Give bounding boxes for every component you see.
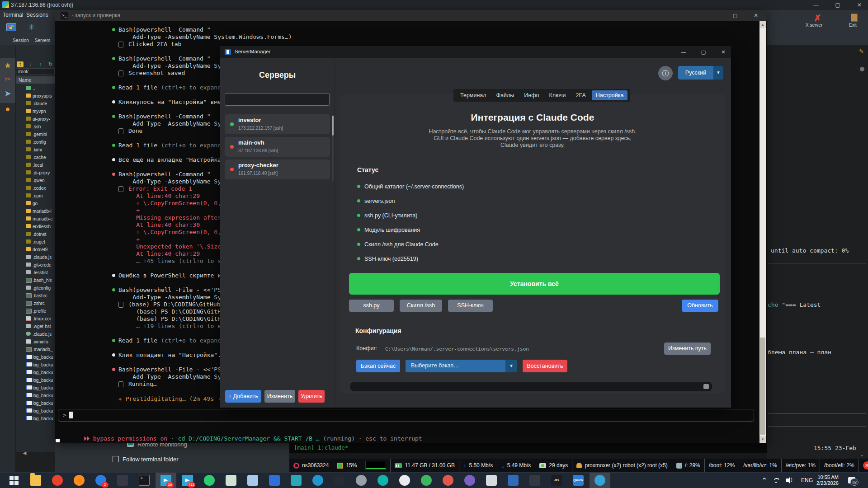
server-card[interactable]: proxy-checker161.97.118.40 [ssh] (225, 160, 330, 179)
sync-app[interactable] (199, 473, 220, 488)
file-item[interactable]: .gemini (16, 131, 56, 138)
notifications-icon[interactable]: 32 (848, 473, 855, 488)
menu-sessions[interactable]: Sessions (26, 12, 48, 18)
follow-terminal-folder-checkbox[interactable]: Follow terminal folder (113, 456, 179, 463)
file-item[interactable]: .lesshst (16, 269, 56, 277)
file-item[interactable]: .npm (16, 192, 56, 200)
server-card[interactable]: main-ovh37.187.136.86 [ssh] (225, 137, 330, 157)
backup-select[interactable]: Выберите бэкап… ▼ (406, 360, 517, 372)
app-light-square[interactable] (481, 473, 502, 488)
restore-button[interactable]: Восстановить (523, 360, 567, 372)
file-item[interactable]: .qwen (16, 177, 56, 184)
tray-expand-icon[interactable]: ⌃ (761, 473, 767, 488)
file-item[interactable]: .git-crede (16, 262, 56, 269)
chevron-down-icon[interactable]: ⌄ (860, 452, 864, 458)
app-blue-square[interactable] (503, 473, 524, 488)
file-item[interactable]: .bashrc (16, 292, 56, 300)
x-server-icon[interactable]: ✗ (814, 13, 821, 23)
folder-up-icon[interactable]: t (17, 61, 24, 67)
refresh-button[interactable]: Обновить (682, 300, 718, 312)
file-item[interactable]: .zshrc (16, 300, 56, 307)
servers-button[interactable]: ✳ Servers (23, 21, 42, 44)
thunderbird-mail[interactable]: 2 (90, 473, 111, 488)
telegram-orange[interactable]: 26 (156, 473, 176, 488)
file-item[interactable]: .local (16, 162, 56, 169)
firefox-browser[interactable] (69, 473, 90, 488)
file-item[interactable]: .tmux.cor (16, 315, 56, 323)
notepad-plus[interactable] (221, 473, 241, 488)
server-list-scrollbar[interactable] (332, 115, 334, 181)
file-item[interactable]: .cache (16, 154, 56, 161)
server-search-input[interactable] (225, 93, 330, 106)
horizontal-scrollbar[interactable] (350, 382, 712, 391)
file-item[interactable]: mariadb-c (16, 216, 56, 223)
backup-now-button[interactable]: Бэкап сейчас (356, 360, 400, 372)
app-blue-round[interactable] (307, 473, 328, 488)
file-item[interactable]: log_backu (16, 354, 56, 361)
file-item[interactable]: log_backu (16, 385, 56, 392)
file-item[interactable]: log_backu (16, 377, 56, 384)
file-item[interactable]: myvpn (16, 108, 56, 115)
file-item[interactable]: .viminfo (16, 338, 56, 346)
app-blue-window[interactable] (264, 473, 285, 488)
component-button-1[interactable]: ssh.py (349, 300, 394, 312)
speaker-icon[interactable] (786, 473, 788, 488)
file-item[interactable]: ai-proxy- (16, 116, 56, 123)
exit-icon[interactable] (851, 14, 858, 22)
change-path-button[interactable]: Изменить путь (664, 343, 711, 355)
app-dark[interactable] (112, 473, 133, 488)
file-item[interactable]: dotnet9 (16, 246, 56, 253)
session-button[interactable]: Session (1, 21, 21, 44)
file-item[interactable]: .bash_his (16, 277, 56, 284)
close-icon[interactable]: ✕ (853, 1, 866, 9)
sidebar-scroll-left-icon[interactable]: ◄ (22, 450, 28, 456)
file-item[interactable]: .kimi (16, 146, 56, 154)
tools-knife-icon[interactable]: ✂ (3, 74, 13, 84)
file-item[interactable]: proxyapis (16, 93, 56, 100)
brave-browser[interactable] (47, 473, 68, 488)
file-item[interactable]: .claude (16, 100, 56, 108)
install-all-button[interactable]: Установить всё (349, 273, 720, 295)
file-item[interactable]: .ssh (16, 123, 56, 131)
tab-файлы[interactable]: Файлы (492, 90, 519, 100)
file-item[interactable]: log_backu (16, 369, 56, 376)
chrome-browser[interactable] (394, 473, 415, 488)
add-server-button[interactable]: + Добавить (225, 390, 261, 403)
file-item[interactable]: log_backu (16, 400, 56, 407)
file-item[interactable]: .claude.js (16, 331, 56, 338)
close-icon[interactable]: ✕ (750, 12, 762, 19)
tab-настройка[interactable]: Настройка (592, 90, 628, 100)
file-item[interactable]: go (16, 200, 56, 207)
globe-icon[interactable]: ● (3, 104, 13, 114)
file-item[interactable]: .config (16, 139, 56, 146)
tab-терминал[interactable]: Терминал (456, 90, 491, 100)
file-item[interactable]: .nuget (16, 239, 56, 246)
file-item[interactable]: log_backu (16, 415, 56, 422)
file-item[interactable]: .wget-hst (16, 323, 56, 330)
scrollbar-thumb[interactable] (703, 384, 709, 389)
file-item[interactable]: log_backu (16, 392, 56, 399)
component-button-3[interactable]: SSH-ключ (448, 300, 493, 312)
file-item[interactable]: endlessh (16, 223, 56, 230)
tab-инфо[interactable]: Инфо (520, 90, 543, 100)
download-icon[interactable]: ↓ (27, 61, 33, 67)
app-active-teal[interactable] (590, 473, 610, 488)
app-gray-round[interactable] (351, 473, 372, 488)
app-teal-round[interactable] (373, 473, 393, 488)
minimize-icon[interactable]: — (809, 1, 823, 9)
file-item[interactable]: .codex (16, 185, 56, 192)
file-item[interactable]: mariadb-i (16, 208, 56, 215)
keyboard-language[interactable]: ENG (801, 473, 813, 488)
tab-2fa[interactable]: 2FA (572, 90, 590, 100)
paper-plane-icon[interactable]: ➤ (3, 89, 13, 99)
info-button[interactable]: ⓘ (658, 66, 673, 80)
file-item[interactable]: .claude.js (16, 254, 56, 261)
edit-server-button[interactable]: Изменить (264, 390, 295, 403)
app-v[interactable] (286, 473, 307, 488)
tab-ключи[interactable]: Ключи (545, 90, 570, 100)
wifi-icon[interactable] (772, 473, 779, 488)
menu-terminal[interactable]: Terminal (3, 12, 23, 18)
file-item[interactable]: log_backu (16, 361, 56, 369)
refresh-icon[interactable]: ↻ (47, 61, 54, 67)
start-button[interactable] (4, 473, 24, 488)
